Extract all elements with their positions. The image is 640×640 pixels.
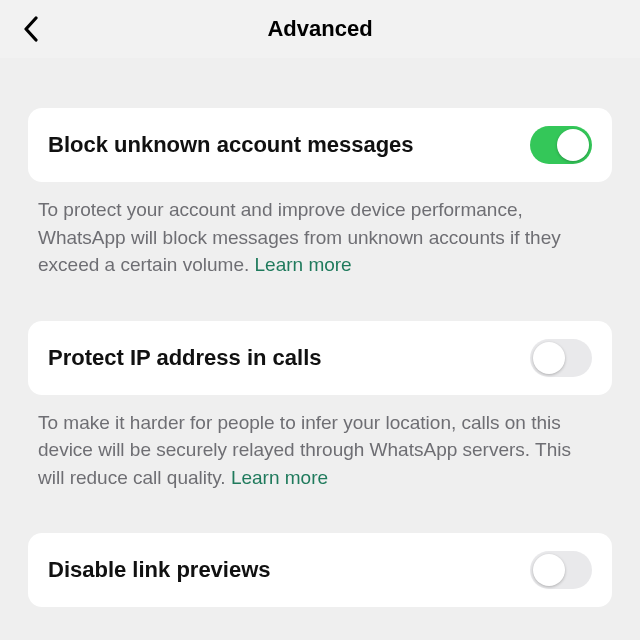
header-bar: Advanced <box>0 0 640 58</box>
setting-row: Disable link previews <box>28 533 612 607</box>
chevron-left-icon <box>23 16 38 42</box>
setting-description: To protect your account and improve devi… <box>28 182 612 279</box>
setting-row: Protect IP address in calls <box>28 321 612 395</box>
setting-description: To make it harder for people to infer yo… <box>28 395 612 492</box>
toggle-block-unknown[interactable] <box>530 126 592 164</box>
setting-label: Block unknown account messages <box>48 132 414 158</box>
setting-protect-ip: Protect IP address in calls To make it h… <box>28 321 612 492</box>
learn-more-link[interactable]: Learn more <box>255 254 352 275</box>
settings-content: Block unknown account messages To protec… <box>0 58 640 607</box>
setting-row: Block unknown account messages <box>28 108 612 182</box>
toggle-protect-ip[interactable] <box>530 339 592 377</box>
back-button[interactable] <box>10 9 50 49</box>
learn-more-link[interactable]: Learn more <box>231 467 328 488</box>
toggle-knob <box>557 129 589 161</box>
setting-block-unknown: Block unknown account messages To protec… <box>28 108 612 279</box>
toggle-knob <box>533 554 565 586</box>
page-title: Advanced <box>267 16 372 42</box>
setting-label: Disable link previews <box>48 557 271 583</box>
setting-label: Protect IP address in calls <box>48 345 322 371</box>
toggle-disable-previews[interactable] <box>530 551 592 589</box>
setting-disable-previews: Disable link previews <box>28 533 612 607</box>
toggle-knob <box>533 342 565 374</box>
